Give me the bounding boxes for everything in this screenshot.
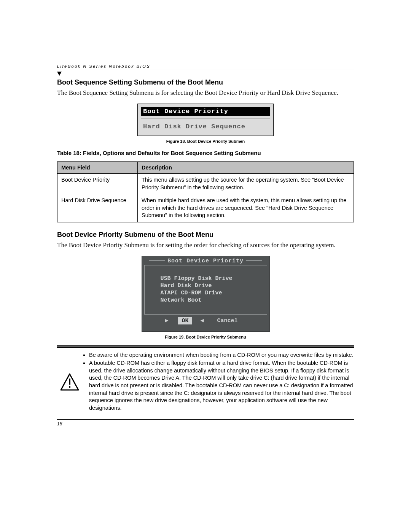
fig19-item: ATAPI CD-ROM Drive [161,290,259,296]
header-arrow-icon [57,72,62,76]
warning-bullets: Be aware of the operating environment wh… [82,351,354,413]
cell-desc: This menu allows setting up the source f… [138,173,354,194]
figure-18-caption: Figure 18. Boot Device Priority Submen [57,139,354,144]
cell-desc: When multiple hard drives are used with … [138,194,354,222]
svg-rect-2 [69,386,70,388]
table-18: Menu Field Description Boot Device Prior… [57,161,354,222]
figure-18-box: Boot Device Priority Hard Disk Drive Seq… [137,104,274,136]
page-number: 18 [57,419,354,427]
fig19-title: Boot Device Priority [142,256,269,265]
figure-19-box: Boot Device Priority USB Floppy Disk Dri… [142,256,270,332]
fig19-item: Hard Disk Drive [161,283,259,289]
cell-field: Boot Device Priority [57,173,138,194]
pointer-right-icon: ▶ [165,317,168,324]
table-header-menu-field: Menu Field [57,161,138,173]
warning-bullet: Be aware of the operating environment wh… [89,351,354,359]
fig19-list: USB Floppy Disk Drive Hard Disk Drive AT… [144,265,267,315]
ok-button[interactable]: OK [178,317,192,324]
section-body-boot-device-priority: The Boot Device Priority Submenu is for … [57,241,354,250]
section-body-boot-sequence: The Boot Sequence Setting Submenu is for… [57,89,354,97]
warning-block: Be aware of the operating environment wh… [57,351,354,413]
svg-rect-1 [69,379,70,385]
cell-field: Hard Disk Drive Sequence [57,194,138,222]
warning-bullet: A bootable CD-ROM has either a floppy di… [89,359,354,412]
fig18-selected-item: Boot Device Priority [141,107,270,116]
section-title-boot-device-priority: Boot Device Priority Submenu of the Boot… [57,231,354,239]
fig19-item: USB Floppy Disk Drive [161,275,259,282]
table-row: Hard Disk Drive Sequence When multiple h… [57,194,354,222]
pointer-left-icon: ◀ [201,317,204,324]
running-header: LifeBook N Series Notebook BIOS [57,64,354,70]
fig19-item: Network Boot [161,297,259,304]
table-18-caption: Table 18: Fields, Options and Defaults f… [57,150,354,156]
fig18-separator [141,118,270,118]
fig18-other-item: Hard Disk Drive Sequence [141,122,270,131]
cancel-button[interactable]: Cancel [213,317,242,324]
horizontal-double-rule [57,345,354,348]
fig19-button-row: ▶ OK ◀ Cancel [142,317,269,331]
figure-19-caption: Figure 19. Boot Device Priority Submenu [57,335,354,339]
table-header-description: Description [138,161,354,173]
section-title-boot-sequence: Boot Sequence Setting Submenu of the Boo… [57,78,354,86]
table-row: Boot Device Priority This menu allows se… [57,173,354,194]
warning-icon [57,351,82,413]
